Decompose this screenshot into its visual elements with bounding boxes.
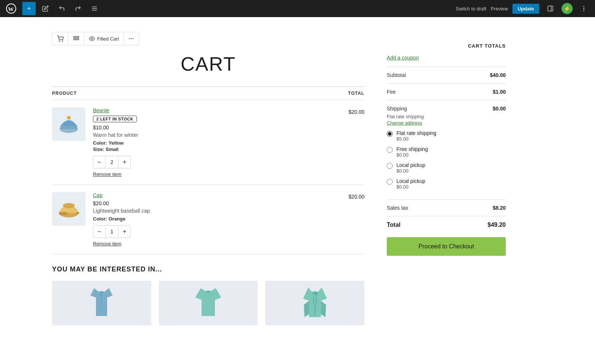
- fee-row: Fee $1.00: [387, 83, 506, 100]
- more-block-options-button[interactable]: [124, 33, 139, 45]
- svg-point-11: [62, 41, 63, 42]
- recommended-item-hoodie[interactable]: [265, 281, 364, 325]
- cart-table-header: PRODUCT TOTAL: [52, 87, 364, 100]
- main-content: Filled Cart CART PRODUCT TOTAL: [0, 17, 595, 340]
- add-coupon-link[interactable]: Add a coupon: [387, 55, 506, 61]
- svg-point-14: [91, 38, 93, 39]
- beanie-details: Beanie 2 LEFT IN STOCK $10.00 Warm hat f…: [93, 107, 341, 177]
- svg-rect-24: [59, 212, 67, 215]
- shipping-radio-free[interactable]: [387, 147, 393, 153]
- svg-point-7: [583, 6, 584, 7]
- stock-badge: 2 LEFT IN STOCK: [93, 116, 137, 122]
- svg-point-8: [583, 8, 584, 9]
- svg-point-21: [68, 117, 70, 119]
- fee-label: Fee: [387, 89, 396, 95]
- sales-tax-row: Sales tax $8.20: [387, 199, 506, 216]
- subtotal-label: Subtotal: [387, 72, 406, 78]
- shipping-radio-local-2[interactable]: [387, 179, 393, 185]
- svg-point-17: [133, 38, 133, 39]
- svg-point-15: [129, 38, 130, 39]
- proceed-to-checkout-button[interactable]: Proceed to Checkout: [387, 237, 506, 256]
- toolbar-right: Switch to draft Preview Update ⚡: [456, 2, 591, 15]
- shipping-local-1-name: Local pickup: [396, 162, 425, 168]
- switch-draft-button[interactable]: Switch to draft: [456, 6, 486, 12]
- redo-button[interactable]: [71, 2, 85, 15]
- cart-table: PRODUCT TOTAL Beanie 2 LE: [52, 86, 364, 254]
- subtotal-value: $40.00: [490, 72, 506, 78]
- cap-qty-value: 1: [105, 226, 119, 238]
- svg-rect-13: [74, 39, 79, 40]
- main-toolbar: W + Switch to draft Preview Update ⚡: [0, 0, 595, 17]
- shipping-radio-flat-rate[interactable]: [387, 131, 393, 137]
- cap-total: $20.00: [348, 192, 364, 200]
- shipping-row: Shipping $0.00: [387, 106, 506, 112]
- cart-item: Beanie 2 LEFT IN STOCK $10.00 Warm hat f…: [52, 100, 364, 185]
- beanie-qty-value: 2: [105, 156, 119, 168]
- recommended-grid: [52, 281, 364, 325]
- subtotal-row: Subtotal $40.00: [387, 67, 506, 83]
- cap-qty-decrease[interactable]: −: [93, 226, 105, 238]
- svg-rect-25: [76, 212, 79, 214]
- shipping-radio-local-1[interactable]: [387, 163, 393, 169]
- sales-tax-label: Sales tax: [387, 205, 408, 211]
- beanie-desc: Warm hat for winter: [93, 132, 341, 138]
- edit-mode-button[interactable]: [39, 2, 52, 15]
- undo-button[interactable]: [55, 2, 68, 15]
- shipping-local-2-name: Local pickup: [396, 178, 425, 184]
- preview-button[interactable]: Preview: [491, 6, 508, 12]
- cap-name-link[interactable]: Cap: [93, 192, 341, 198]
- shipping-value: $0.00: [493, 106, 506, 112]
- cap-qty-increase[interactable]: +: [119, 226, 131, 238]
- beanie-image: [52, 107, 86, 141]
- fee-value: $1.00: [493, 89, 506, 95]
- performance-icon: ⚡: [562, 3, 573, 14]
- shipping-option-local-2: Local pickup $0.00: [387, 178, 506, 190]
- cap-details: Cap $20.00 Lightweight baseball cap Colo…: [93, 192, 341, 247]
- shipping-free-name: Free shipping: [396, 146, 428, 152]
- cap-color-value: Orange: [109, 216, 126, 222]
- update-button[interactable]: Update: [512, 4, 539, 14]
- beanie-name-link[interactable]: Beanie: [93, 107, 341, 113]
- shipping-local-2-price: $0.00: [396, 184, 425, 190]
- shipping-flat-rate-price: $5.00: [396, 136, 436, 142]
- cap-remove-link[interactable]: Remove item: [93, 241, 341, 247]
- svg-point-23: [63, 203, 75, 208]
- total-row: Total $49.20: [387, 216, 506, 233]
- panel-toggle-button[interactable]: [544, 2, 557, 15]
- page-title: CART: [52, 53, 364, 75]
- svg-point-9: [583, 10, 584, 11]
- add-block-button[interactable]: +: [22, 2, 36, 15]
- svg-rect-5: [548, 6, 553, 11]
- change-address-link[interactable]: Change address: [387, 120, 506, 126]
- cap-desc: Lightweight baseball cap: [93, 208, 341, 214]
- recommended-item-shirt[interactable]: [52, 281, 151, 325]
- recommended-item-tshirt[interactable]: [159, 281, 258, 325]
- wp-logo: W: [4, 2, 18, 15]
- svg-point-16: [131, 38, 132, 39]
- beanie-color: Color: Yellow: [93, 140, 341, 146]
- list-view-button[interactable]: [88, 2, 101, 15]
- shipping-option-free: Free shipping $0.00: [387, 146, 506, 158]
- beanie-remove-link[interactable]: Remove item: [93, 171, 341, 177]
- beanie-qty-control: − 2 +: [93, 156, 131, 168]
- shipping-label: Shipping: [387, 106, 407, 112]
- cart-item: Cap $20.00 Lightweight baseball cap Colo…: [52, 185, 364, 254]
- beanie-qty-increase[interactable]: +: [119, 156, 131, 168]
- shipping-local-1-price: $0.00: [396, 168, 425, 174]
- shipping-option-local-1: Local pickup $0.00: [387, 162, 506, 174]
- more-options-button[interactable]: [577, 2, 591, 15]
- total-header: TOTAL: [348, 91, 364, 96]
- beanie-qty-decrease[interactable]: −: [93, 156, 105, 168]
- beanie-price: $10.00: [93, 125, 341, 131]
- recommended-title: YOU MAY BE INTERESTED IN...: [52, 265, 364, 273]
- filled-cart-view-button[interactable]: Filled Cart: [84, 33, 124, 45]
- lines-icon-button[interactable]: [68, 32, 84, 45]
- cap-color: Color: Orange: [93, 216, 341, 222]
- flat-rate-text: Flat rate shipping: [387, 114, 506, 119]
- cart-icon-button[interactable]: [52, 32, 68, 45]
- svg-rect-12: [74, 36, 79, 38]
- cart-totals-panel: CART TOTALS Add a coupon Subtotal $40.00…: [387, 32, 506, 325]
- beanie-size: Size: Small: [93, 146, 341, 152]
- shipping-flat-rate-name: Flat rate shipping: [396, 130, 436, 136]
- shipping-option-flat-rate: Flat rate shipping $5.00: [387, 130, 506, 142]
